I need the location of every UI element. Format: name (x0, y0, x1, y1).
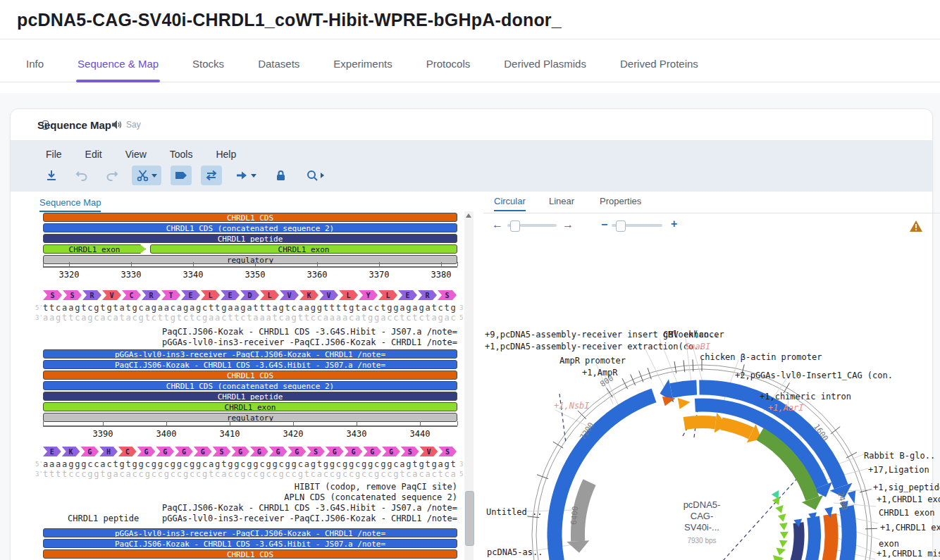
tag-icon (175, 170, 187, 180)
tab-info[interactable]: Info (25, 39, 45, 82)
map-feature-label[interactable]: exon (879, 539, 899, 549)
map-feature-label[interactable]: +17,Ligation (868, 465, 929, 475)
menu-file[interactable]: File (46, 149, 62, 160)
plasmid-name-line: pcDNA5- (658, 499, 746, 511)
annotate-button[interactable] (171, 166, 192, 185)
feature-bar[interactable]: CHRDL1 exon (150, 244, 457, 254)
feature-arrowhead (567, 540, 589, 552)
feature-bar[interactable]: PaqCI.JS06-Kozak - CHRDL1 CDS -3.G4S.Hib… (43, 539, 457, 548)
ruler-number: 3350 (240, 270, 271, 280)
feature-bar[interactable]: CHRDL1 CDS (43, 549, 457, 559)
map-feature-label[interactable]: AmpR promoter (559, 356, 626, 366)
scrollbar-thumb[interactable] (465, 491, 474, 546)
sequence-strand[interactable]: aaaagggccactgtggcggcggcggcagtggcggcggcgg… (43, 459, 464, 469)
menu-tools[interactable]: Tools (170, 149, 193, 160)
swap-strands-button[interactable] (201, 166, 222, 185)
amino-acid: C (122, 290, 141, 300)
menu-help[interactable]: Help (216, 149, 236, 160)
backbone-tick (553, 442, 563, 448)
feature-bar[interactable]: CHRDL1 exon (43, 402, 457, 411)
feature-arrowhead (773, 555, 784, 560)
map-feature-label[interactable]: chicken β-actin promoter (700, 352, 822, 362)
lock-button[interactable] (270, 166, 291, 185)
map-feature-label[interactable]: +2,pGGAs-lvl0-Insert1_CAG (con. (735, 371, 893, 380)
sequence-strand[interactable]: aagttcagcacatacgtcttgtctcgaacttctaaatcag… (43, 313, 464, 323)
feature-bar[interactable]: regulatory (43, 255, 457, 264)
ruler-tick (230, 421, 230, 425)
annotation-label: APLN CDS (concatenated sequence 2) (284, 492, 457, 502)
map-feature-label[interactable]: SnaBI (685, 342, 710, 351)
download-button[interactable] (41, 166, 62, 185)
feature-bar[interactable]: CHRDL1 CDS (concatenated sequence 2) (43, 223, 457, 232)
undo-button[interactable] (71, 166, 92, 185)
map-feature-label[interactable]: +1,CHRDL1 exon (877, 494, 940, 504)
feature-arc (804, 517, 815, 560)
tab-stocks[interactable]: Stocks (191, 39, 225, 82)
map-feature-label[interactable]: Untitled .. (486, 507, 542, 517)
digest-button[interactable] (132, 166, 161, 185)
feature-bar[interactable]: CHRDL1 CDS (43, 371, 457, 380)
tab-derived-proteins[interactable]: Derived Proteins (619, 39, 700, 82)
amino-acid: V (102, 290, 121, 300)
feature-bar[interactable]: pGGAs-lvl0-ins3-receiver -PaqCI.JS06-Koz… (43, 528, 457, 537)
feature-bar[interactable]: CHRDL1 peptide (43, 234, 457, 243)
amino-acid: G (345, 447, 363, 456)
plasmid-size: 7930 bps (658, 535, 746, 547)
scroll-up-arrow-icon[interactable] (466, 213, 471, 218)
say-label[interactable]: Say (126, 120, 141, 130)
tab-derived-plasmids[interactable]: Derived Plasmids (502, 39, 588, 82)
redo-button[interactable] (101, 166, 123, 185)
ruler-tick (166, 421, 167, 425)
map-feature-label[interactable]: pcDNA5-as.. (487, 547, 543, 557)
map-feature-label[interactable]: Rabbit B-glo.. (864, 451, 935, 461)
amino-acid: V (280, 290, 299, 300)
map-feature-label[interactable]: +1,pcDNA5-assembly-receiver extraction(c… (485, 342, 704, 351)
title-separator: | (42, 120, 49, 130)
amino-acid: K (62, 447, 80, 456)
sequence-strand[interactable]: ttttcccggtgacaccgccgccgccgtcaccgccgccgcc… (43, 469, 464, 479)
amino-acid: D (240, 290, 259, 300)
map-feature-label[interactable]: +1,sig_peptide (873, 483, 940, 492)
feature-bar[interactable]: CHRDL1 peptide (43, 392, 457, 401)
amino-acid: V (420, 447, 438, 456)
sequence-map-panel-tab[interactable]: Sequence Map (39, 197, 101, 212)
menu-edit[interactable]: Edit (85, 149, 102, 160)
map-feature-label[interactable]: +1,AarI (768, 403, 804, 413)
sequence-map-canvas[interactable]: CHRDL1 CDSCHRDL1 CDS (concatenated seque… (11, 192, 476, 560)
map-feature-label[interactable]: +1,NsbI (554, 401, 590, 411)
speaker-icon[interactable] (111, 120, 123, 130)
tab-experiments[interactable]: Experiments (332, 39, 393, 82)
feature-bar[interactable]: CHRDL1 CDS (43, 213, 457, 222)
undo-icon (75, 170, 88, 181)
chevron-down-icon (151, 174, 157, 178)
map-feature-label[interactable]: +1,CHRDL1 mis.. (877, 549, 940, 559)
sequence-strand[interactable]: ttcaagtcgtgtatgcagaacagagcttgaagatttagtc… (43, 303, 464, 313)
feature-bar[interactable]: CHRDL1 exon (43, 244, 146, 254)
map-feature-label[interactable]: +1,chimeric intron (760, 392, 851, 402)
amino-acid: S (438, 290, 457, 300)
left-scrollbar[interactable] (464, 211, 474, 560)
menu-view[interactable]: View (125, 149, 147, 160)
tab-datasets[interactable]: Datasets (256, 39, 301, 82)
map-feature-label[interactable]: +1,AmpR (582, 368, 618, 378)
map-feature-label[interactable]: +1,CHRDL1 exon (880, 523, 940, 533)
tab-sequence-and-map[interactable]: Sequence & Map (76, 39, 160, 82)
backbone-tick (831, 427, 840, 434)
circular-map[interactable]: 8001600240064007200 pcDNA5- CAG- SV40i-.… (483, 193, 940, 560)
feature-arrowhead (779, 523, 788, 530)
feature-bar[interactable]: regulatory (43, 413, 457, 422)
feature-bar[interactable]: pGGAs-lvl0-ins3-receiver -PaqCI.JS06-Koz… (43, 349, 457, 359)
search-button[interactable] (300, 166, 330, 185)
feature-bar[interactable]: PaqCI.JS06-Kozak - CHRDL1 CDS -3.G4S.Hib… (43, 360, 457, 369)
tab-protocols[interactable]: Protocols (425, 39, 472, 82)
map-feature-label[interactable]: CHRDL1 exon (879, 508, 934, 518)
feature-arrowhead (776, 548, 786, 556)
ruler-line (43, 266, 457, 268)
ruler-tick (103, 421, 104, 425)
amino-acid: G (382, 447, 400, 456)
map-feature-label[interactable]: CMV enhancer (663, 330, 724, 340)
go-to-button[interactable] (231, 166, 261, 185)
feature-bar[interactable]: CHRDL1 CDS (concatenated sequence 2) (43, 381, 457, 390)
annotation-label: HIBIT (codop, remove PaqCI site) (295, 482, 457, 492)
feature-arrowhead (775, 505, 783, 514)
